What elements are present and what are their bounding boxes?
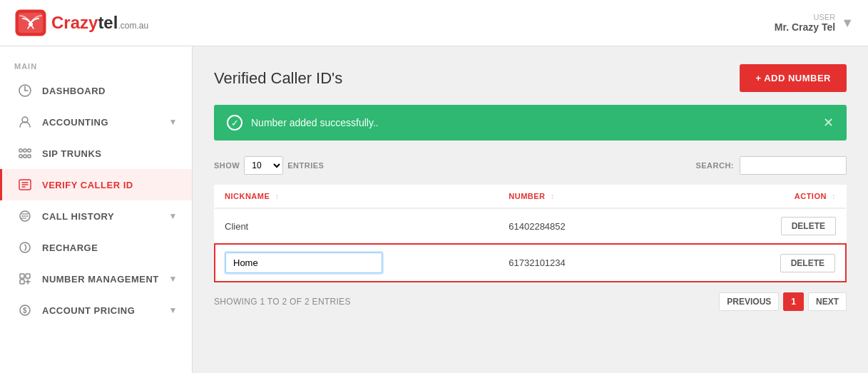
number-column-header[interactable]: NUMBER ↕ [499,185,720,208]
page-1-button[interactable]: 1 [783,292,804,311]
page-header: Verified Caller ID's + ADD NUMBER [214,64,847,92]
success-alert: ✓ Number added successfully.. ✕ [214,105,847,140]
table-row: 61732101234 DELETE [215,244,846,282]
accounting-chevron: ▼ [169,117,178,127]
sidebar-item-accounting[interactable]: ACCOUNTING ▼ [0,106,192,138]
sidebar-item-recharge[interactable]: RECHARGE [0,232,192,263]
account-pricing-chevron: ▼ [169,305,178,315]
sidebar: MAIN DASHBOARD ACCOUNTING ▼ [0,46,193,373]
svg-rect-7 [28,149,31,152]
nickname-sort-icon: ↕ [275,193,280,200]
svg-rect-5 [19,149,22,152]
logo-icon [14,9,47,37]
previous-button[interactable]: PREVIOUS [719,292,779,311]
user-label: USER [775,13,835,21]
sidebar-section-main: MAIN [0,53,192,75]
logo: Crazytel.com.au [14,9,148,37]
number-cell-row2: 61732101234 [499,244,720,282]
alert-content: ✓ Number added successfully.. [227,115,379,131]
svg-rect-10 [28,155,31,158]
svg-rect-22 [20,280,24,284]
table-row: Client 61402284852 DELETE [215,208,846,244]
close-alert-button[interactable]: ✕ [823,115,834,131]
sidebar-item-verify-caller-id[interactable]: VERIFY CALLER ID [0,169,192,200]
svg-rect-21 [26,274,30,278]
call-history-icon [16,208,34,225]
alert-message: Number added successfully.. [251,117,379,128]
user-name: Mr. Crazy Tel [775,21,835,33]
add-number-button[interactable]: + ADD NUMBER [740,64,847,92]
svg-rect-20 [20,274,24,278]
svg-point-19 [20,242,30,252]
logo-domain: .com.au [118,21,148,31]
number-value-row2: 61732101234 [509,257,566,268]
entries-label: ENTRIES [287,161,324,170]
svg-rect-8 [19,155,22,158]
dashboard-icon [16,82,34,99]
sidebar-item-number-management-label: NUMBER MANAGEMENT [42,274,159,285]
nickname-edit-cell [215,244,499,282]
entries-select[interactable]: 10 25 50 100 [244,156,283,175]
table-header-row: NICKNAME ↕ NUMBER ↕ ACTION ↕ [215,185,846,208]
svg-rect-9 [24,155,26,158]
caller-id-table: NICKNAME ↕ NUMBER ↕ ACTION ↕ [214,185,847,282]
number-value: 61402284852 [509,221,566,232]
page-title: Verified Caller ID's [214,69,342,88]
sidebar-item-call-history[interactable]: CALL HISTORY ▼ [0,200,192,232]
sidebar-item-dashboard-label: DASHBOARD [42,86,106,96]
check-icon: ✓ [227,115,242,131]
sidebar-item-dashboard[interactable]: DASHBOARD [0,75,192,106]
number-sort-icon: ↕ [551,193,555,200]
show-entries-control: SHOW 10 25 50 100 ENTRIES [214,156,324,175]
accounting-icon [16,113,34,131]
sip-icon [16,145,34,162]
sidebar-item-account-pricing[interactable]: $ ACCOUNT PRICING ▼ [0,295,192,326]
user-menu-chevron[interactable]: ▼ [841,16,854,31]
call-history-chevron: ▼ [169,211,178,221]
delete-button-row2[interactable]: DELETE [780,254,835,272]
action-cell: DELETE [720,208,846,244]
nickname-column-header[interactable]: NICKNAME ↕ [215,185,499,208]
svg-rect-6 [24,149,26,152]
sidebar-item-number-management[interactable]: NUMBER MANAGEMENT ▼ [0,263,192,295]
number-management-icon [16,270,34,287]
search-input[interactable] [740,156,847,175]
app-header: Crazytel.com.au USER Mr. Crazy Tel ▼ [0,0,868,46]
main-layout: MAIN DASHBOARD ACCOUNTING ▼ [0,46,868,373]
main-content: Verified Caller ID's + ADD NUMBER ✓ Numb… [193,46,868,373]
action-cell-row2: DELETE [720,244,846,282]
sidebar-item-sip-trunks[interactable]: SIP TRUNKS [0,138,192,169]
recharge-icon [16,239,34,256]
search-area: SEARCH: [695,156,847,175]
action-sort-icon: ↕ [832,193,837,200]
verify-caller-id-icon [16,176,34,193]
sidebar-item-sip-trunks-label: SIP TRUNKS [42,148,102,159]
number-management-chevron: ▼ [169,274,178,284]
account-pricing-icon: $ [16,302,34,319]
nickname-edit-input[interactable] [225,252,382,273]
nickname-value: Client [225,221,248,232]
sidebar-item-call-history-label: CALL HISTORY [42,211,114,222]
number-cell: 61402284852 [499,208,720,244]
table-footer: SHOWING 1 TO 2 OF 2 ENTRIES PREVIOUS 1 N… [214,292,847,311]
sidebar-item-accounting-label: ACCOUNTING [42,117,108,128]
delete-button-row1[interactable]: DELETE [781,217,836,235]
next-button[interactable]: NEXT [808,292,847,311]
action-column-header: ACTION ↕ [720,185,846,208]
nickname-cell: Client [215,208,499,244]
showing-label: SHOWING 1 TO 2 OF 2 ENTRIES [214,297,351,307]
sidebar-item-recharge-label: RECHARGE [42,242,98,253]
user-area[interactable]: USER Mr. Crazy Tel ▼ [775,13,854,33]
logo-text: Crazytel.com.au [51,13,148,33]
search-label: SEARCH: [695,161,734,170]
sidebar-item-verify-caller-id-label: VERIFY CALLER ID [42,180,133,190]
pagination: PREVIOUS 1 NEXT [719,292,847,311]
sidebar-item-account-pricing-label: ACCOUNT PRICING [42,305,135,316]
svg-text:$: $ [23,307,27,315]
table-controls: SHOW 10 25 50 100 ENTRIES SEARCH: [214,156,847,175]
show-label: SHOW [214,161,240,170]
